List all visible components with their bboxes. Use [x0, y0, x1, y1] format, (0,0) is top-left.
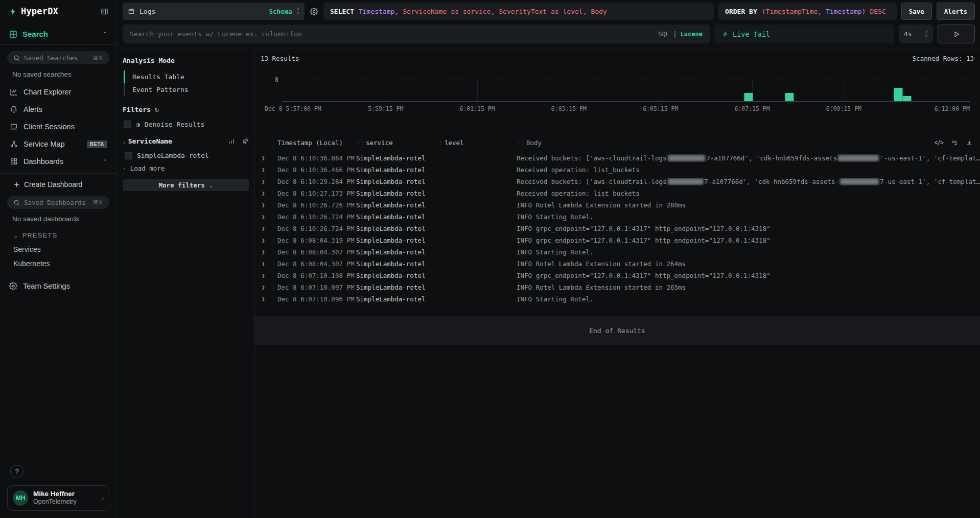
table-row[interactable]: ❯Dec 8 6:07:10.096 PMSimpleLambda-rotelI…: [254, 293, 980, 305]
sql-mode-label[interactable]: SQL: [658, 31, 669, 38]
drag-handle-icon[interactable]: ⋮⋮: [356, 140, 363, 146]
row-expand-icon[interactable]: ❯: [262, 249, 273, 255]
row-expand-icon[interactable]: ❯: [262, 167, 273, 173]
row-expand-icon[interactable]: ❯: [262, 178, 273, 185]
table-body: ❯Dec 8 6:10:36.864 PMSimpleLambda-rotelR…: [254, 152, 980, 305]
refresh-interval-select[interactable]: 4s ˄˅: [899, 25, 933, 43]
refresh-filters-icon[interactable]: ↻: [155, 105, 159, 113]
order-by-clause-input[interactable]: ORDER BY (TimestampTime,Timestamp)DESC: [718, 3, 897, 20]
row-expand-icon[interactable]: ❯: [262, 296, 273, 302]
sidebar-item-alerts[interactable]: Alerts: [0, 101, 116, 118]
chevron-up-icon[interactable]: ⌃: [103, 158, 107, 165]
row-expand-icon[interactable]: ❯: [262, 272, 273, 279]
brand-logo[interactable]: HyperDX: [9, 6, 58, 16]
user-menu[interactable]: MH Mike Heffner OpenTelemetry ›: [7, 485, 109, 511]
histogram-bar[interactable]: [903, 96, 912, 102]
results-table: Timestamp (Local) ⋮⋮service ⋮⋮level ⋮⋮Bo…: [254, 136, 980, 305]
sidebar-item-service-map[interactable]: Service Map BETA: [0, 135, 116, 153]
row-body: INFO Starting Rotel.: [517, 213, 980, 221]
row-body: Received buckets: ['aws-cloudtrail-logs …: [517, 154, 980, 162]
more-filters-button[interactable]: More filters ⌄: [123, 179, 249, 191]
x-axis-labels: 5:59:15 PM6:01:15 PM6:03:15 PM6:05:15 PM…: [283, 105, 970, 112]
row-timestamp: Dec 8 6:10:26.724 PM: [273, 225, 356, 232]
language-toggle[interactable]: SQL | Lucene: [658, 31, 703, 38]
create-dashboard-button[interactable]: Create Dashboard: [0, 174, 116, 190]
download-icon[interactable]: [966, 139, 973, 146]
histogram-bar[interactable]: [785, 93, 794, 101]
denoise-results-toggle[interactable]: ◑ Denoise Results: [124, 121, 249, 128]
table-row[interactable]: ❯Dec 8 6:08:04.307 PMSimpleLambda-rotelI…: [254, 258, 980, 270]
table-row[interactable]: ❯Dec 8 6:10:27.173 PMSimpleLambda-rotelR…: [254, 187, 980, 199]
table-row[interactable]: ❯Dec 8 6:10:26.724 PMSimpleLambda-rotelI…: [254, 211, 980, 223]
gridline: [844, 80, 844, 101]
saved-dashboards-placeholder: Saved Dashboards: [24, 199, 89, 206]
denoise-checkbox[interactable]: [124, 121, 131, 128]
preset-item-kubernetes[interactable]: Kubernetes: [0, 256, 116, 271]
row-body: INFO Starting Rotel.: [517, 248, 980, 256]
facet-checkbox[interactable]: [125, 152, 132, 159]
saved-dashboards-input[interactable]: Saved Dashboards ⌘K: [7, 196, 109, 209]
table-row[interactable]: ❯Dec 8 6:10:36.864 PMSimpleLambda-rotelR…: [254, 152, 980, 164]
sidebar-item-dashboards[interactable]: Dashboards ⌃: [0, 153, 116, 170]
sidebar-item-client-sessions[interactable]: Client Sessions: [0, 118, 116, 135]
histogram-bar[interactable]: [744, 93, 753, 101]
col-body[interactable]: ⋮⋮Body: [517, 139, 934, 147]
preset-item-services[interactable]: Services: [0, 242, 116, 256]
facet-chart-icon[interactable]: [228, 138, 235, 145]
collapse-sidebar-icon[interactable]: [101, 8, 108, 15]
gridline: [477, 80, 478, 101]
source-select[interactable]: Logs Schema ˄˅: [123, 3, 305, 20]
help-button[interactable]: ?: [10, 465, 24, 478]
table-row[interactable]: ❯Dec 8 6:08:04.307 PMSimpleLambda-rotelI…: [254, 246, 980, 258]
chevron-up-icon[interactable]: ⌃: [103, 31, 107, 37]
sidebar-item-chart-explorer[interactable]: Chart Explorer: [0, 83, 116, 101]
saved-searches-input[interactable]: Saved Searches ⌘K: [7, 51, 109, 64]
row-expand-icon[interactable]: ❯: [262, 225, 273, 232]
table-row[interactable]: ❯Dec 8 6:10:36.466 PMSimpleLambda-rotelR…: [254, 164, 980, 176]
col-timestamp[interactable]: Timestamp (Local): [273, 139, 356, 147]
row-expand-icon[interactable]: ❯: [262, 155, 273, 161]
col-level[interactable]: ⋮⋮level: [435, 139, 517, 147]
sidebar-nav: Chart Explorer Alerts Client Sessions Se…: [0, 80, 116, 174]
chevron-down-icon[interactable]: ⌄: [123, 138, 126, 145]
alerts-button[interactable]: Alerts: [937, 3, 975, 20]
mode-results-table[interactable]: Results Table: [125, 70, 249, 83]
facet-value-simplelambda[interactable]: SimpleLambda-rotel: [123, 150, 249, 161]
mode-event-patterns[interactable]: Event Patterns: [125, 83, 249, 96]
select-clause-input[interactable]: SELECT Timestamp,ServiceName as service,…: [323, 3, 714, 20]
table-row[interactable]: ❯Dec 8 6:08:04.319 PMSimpleLambda-rotelI…: [254, 234, 980, 246]
sidebar-item-search[interactable]: Search ⌃: [0, 21, 116, 45]
nav-label: Chart Explorer: [24, 88, 71, 96]
table-row[interactable]: ❯Dec 8 6:10:26.726 PMSimpleLambda-rotelI…: [254, 199, 980, 211]
wrap-lines-icon[interactable]: [951, 139, 958, 146]
saved-searches-placeholder: Saved Searches: [24, 54, 89, 62]
row-expand-icon[interactable]: ❯: [262, 261, 273, 267]
sidebar-search-label: Search: [22, 30, 48, 38]
code-view-icon[interactable]: </>: [934, 139, 943, 146]
table-row[interactable]: ❯Dec 8 6:07:10.097 PMSimpleLambda-rotelI…: [254, 281, 980, 293]
row-expand-icon[interactable]: ❯: [262, 284, 273, 291]
run-query-button[interactable]: [938, 25, 975, 43]
presets-toggle[interactable]: ⌄ PRESETS: [0, 227, 116, 242]
row-expand-icon[interactable]: ❯: [262, 190, 273, 197]
table-row[interactable]: ❯Dec 8 6:10:29.284 PMSimpleLambda-rotelR…: [254, 176, 980, 187]
source-settings-gear-icon[interactable]: [309, 3, 319, 20]
row-expand-icon[interactable]: ❯: [262, 237, 273, 244]
lucene-mode-label[interactable]: Lucene: [681, 31, 703, 38]
pin-icon[interactable]: [242, 138, 249, 145]
filters-panel: Analysis Mode Results Table Event Patter…: [117, 49, 254, 518]
load-more-button[interactable]: › Load more: [123, 161, 249, 172]
histogram-bar[interactable]: [894, 88, 902, 101]
row-expand-icon[interactable]: ❯: [262, 214, 273, 220]
drag-handle-icon[interactable]: ⋮⋮: [435, 140, 442, 146]
live-tail-button[interactable]: Live Tail: [714, 25, 894, 43]
table-row[interactable]: ❯Dec 8 6:07:10.108 PMSimpleLambda-rotelI…: [254, 270, 980, 281]
col-service[interactable]: ⋮⋮service: [356, 139, 435, 147]
drag-handle-icon[interactable]: ⋮⋮: [517, 140, 524, 146]
gear-icon: [9, 282, 17, 290]
save-button[interactable]: Save: [901, 3, 932, 20]
event-search-input[interactable]: Search your events w/ Lucene ex. column:…: [123, 25, 710, 43]
sidebar-item-team-settings[interactable]: Team Settings: [0, 271, 116, 301]
table-row[interactable]: ❯Dec 8 6:10:26.724 PMSimpleLambda-rotelI…: [254, 223, 980, 234]
row-expand-icon[interactable]: ❯: [262, 202, 273, 208]
